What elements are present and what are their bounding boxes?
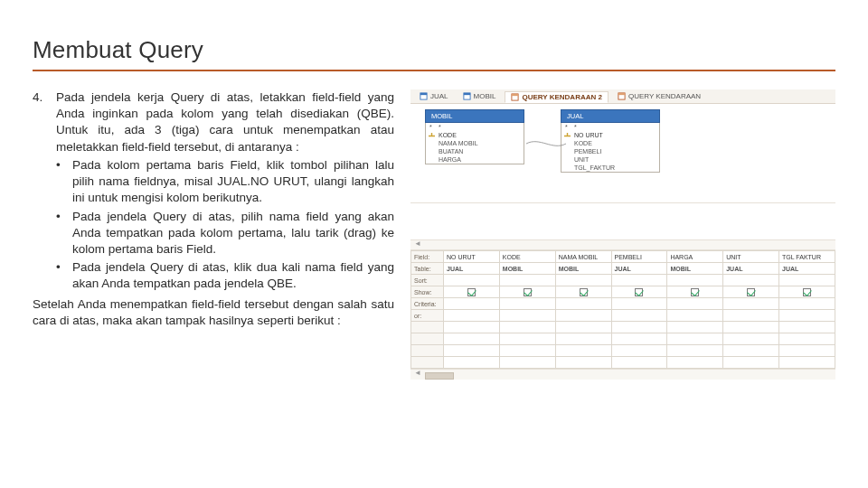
cell-field[interactable]: NO URUT xyxy=(444,251,500,263)
screenshot-column: JUAL MOBIL QUERY KENDARAAN 2 QUERY KENDA… xyxy=(410,89,835,329)
cell-field[interactable]: TGL FAKTUR xyxy=(779,251,835,263)
field-row[interactable]: UNIT xyxy=(561,155,659,164)
horizontal-scrollbar[interactable] xyxy=(410,369,835,380)
field-row[interactable]: NO URUT xyxy=(561,131,659,139)
bullet: • xyxy=(56,157,65,207)
rowlabel-field: Field: xyxy=(411,251,444,263)
slide: Membuat Query 4. Pada jendela kerja Quer… xyxy=(0,0,868,488)
step-intro: Pada jendela kerja Query di atas, letakk… xyxy=(56,89,394,155)
field-row[interactable]: BUATAN xyxy=(426,147,524,155)
field-row[interactable]: TGL_FAKTUR xyxy=(561,164,659,172)
rowlabel-show: Show: xyxy=(411,286,444,298)
content-columns: 4. Pada jendela kerja Query di atas, let… xyxy=(33,89,835,329)
splitter-bar[interactable] xyxy=(410,239,835,250)
row-blank xyxy=(411,322,835,333)
sub-step-2: Pada jendela Query di atas, pilih nama f… xyxy=(72,209,394,258)
field-row[interactable]: NAMA MOBIL xyxy=(426,139,524,147)
cell-table[interactable]: JUAL xyxy=(723,263,779,275)
cell-field[interactable]: HARGA xyxy=(667,251,723,263)
show-checkbox[interactable] xyxy=(499,286,555,298)
cell-table[interactable]: JUAL xyxy=(611,263,667,275)
query-icon xyxy=(511,93,519,101)
bullet: • xyxy=(56,259,65,292)
row-sort: Sort: xyxy=(411,275,835,286)
show-checkbox[interactable] xyxy=(444,286,500,298)
show-checkbox[interactable] xyxy=(611,286,667,298)
page-title: Membuat Query xyxy=(33,36,835,64)
cell-table[interactable]: JUAL xyxy=(444,263,500,275)
tab-label: QUERY KENDARAAN 2 xyxy=(522,93,601,101)
tab-query2[interactable]: QUERY KENDARAAN 2 xyxy=(505,91,608,103)
cell-field[interactable]: UNIT xyxy=(723,251,779,263)
tab-label: QUERY KENDARAAN xyxy=(628,92,701,100)
table-icon xyxy=(420,92,428,100)
svg-rect-5 xyxy=(512,93,518,95)
sub-step-1: Pada kolom pertama baris Field, klik tom… xyxy=(72,157,394,207)
row-or: or: xyxy=(411,310,835,322)
cell-field[interactable]: KODE xyxy=(499,251,555,263)
row-blank xyxy=(411,333,835,345)
tab-label: JUAL xyxy=(430,92,448,100)
cell-field[interactable]: NAMA MOBIL xyxy=(555,251,611,263)
show-checkbox[interactable] xyxy=(667,286,723,298)
svg-rect-3 xyxy=(463,93,469,95)
sub-step-3: Pada jendela Query di atas, klik dua kal… xyxy=(72,259,394,292)
show-checkbox[interactable] xyxy=(723,286,779,298)
tab-label: MOBIL xyxy=(474,92,496,100)
object-tabs: JUAL MOBIL QUERY KENDARAAN 2 QUERY KENDA… xyxy=(410,89,835,104)
query-icon xyxy=(618,92,626,100)
qbe-grid-area: Field: NO URUT KODE NAMA MOBIL PEMBELI H… xyxy=(410,239,835,380)
row-table: Table: JUAL MOBIL MOBIL JUAL MOBIL JUAL … xyxy=(411,263,835,275)
svg-rect-1 xyxy=(420,93,427,95)
title-rule xyxy=(33,70,835,71)
step-number: 4. xyxy=(33,89,47,155)
rowlabel-or: or: xyxy=(411,310,444,322)
table-icon xyxy=(463,92,471,100)
tablebox-title: JUAL xyxy=(561,109,660,123)
bullet: • xyxy=(56,209,65,258)
field-row[interactable]: KODE xyxy=(426,131,524,139)
row-blank xyxy=(411,357,835,369)
tab-jual[interactable]: JUAL xyxy=(414,91,454,101)
row-show: Show: xyxy=(411,286,835,298)
tablebox-title: MOBIL xyxy=(425,109,524,123)
tab-mobil[interactable]: MOBIL xyxy=(458,91,502,101)
row-blank xyxy=(411,345,835,357)
access-screenshot: JUAL MOBIL QUERY KENDARAAN 2 QUERY KENDA… xyxy=(410,89,835,380)
cell-field[interactable]: PEMBELI xyxy=(611,251,667,263)
svg-rect-7 xyxy=(618,93,625,95)
rowlabel-sort: Sort: xyxy=(411,275,444,286)
qbe-grid: Field: NO URUT KODE NAMA MOBIL PEMBELI H… xyxy=(410,250,835,369)
tablebox-fieldlist: * NO URUT KODE PEMBELI UNIT TGL_FAKTUR xyxy=(561,123,660,173)
table-box-mobil[interactable]: MOBIL * KODE NAMA MOBIL BUATAN HARGA xyxy=(425,109,524,184)
field-row[interactable]: * xyxy=(561,123,659,131)
query-design-upper: MOBIL * KODE NAMA MOBIL BUATAN HARGA xyxy=(410,104,835,203)
text-column: 4. Pada jendela kerja Query di atas, let… xyxy=(33,89,394,329)
show-checkbox[interactable] xyxy=(779,286,835,298)
relationship-line xyxy=(526,140,566,147)
tab-query1[interactable]: QUERY KENDARAAN xyxy=(612,91,706,101)
row-field: Field: NO URUT KODE NAMA MOBIL PEMBELI H… xyxy=(411,251,835,263)
table-box-jual[interactable]: JUAL * NO URUT KODE PEMBELI UNIT TGL_FAK… xyxy=(561,109,660,184)
field-row[interactable]: HARGA xyxy=(426,155,524,164)
field-row[interactable]: * xyxy=(426,123,524,131)
cell-table[interactable]: MOBIL xyxy=(667,263,723,275)
tablebox-fieldlist: * KODE NAMA MOBIL BUATAN HARGA xyxy=(425,123,524,164)
show-checkbox[interactable] xyxy=(555,286,611,298)
field-row[interactable]: PEMBELI xyxy=(561,147,659,155)
step-closer: Setelah Anda menempatkan field-field ter… xyxy=(33,296,394,329)
cell-table[interactable]: MOBIL xyxy=(499,263,555,275)
rowlabel-table: Table: xyxy=(411,263,444,275)
row-criteria: Criteria: xyxy=(411,298,835,310)
cell-table[interactable]: JUAL xyxy=(779,263,835,275)
field-row[interactable]: KODE xyxy=(561,139,659,147)
rowlabel-criteria: Criteria: xyxy=(411,298,444,310)
cell-table[interactable]: MOBIL xyxy=(555,263,611,275)
